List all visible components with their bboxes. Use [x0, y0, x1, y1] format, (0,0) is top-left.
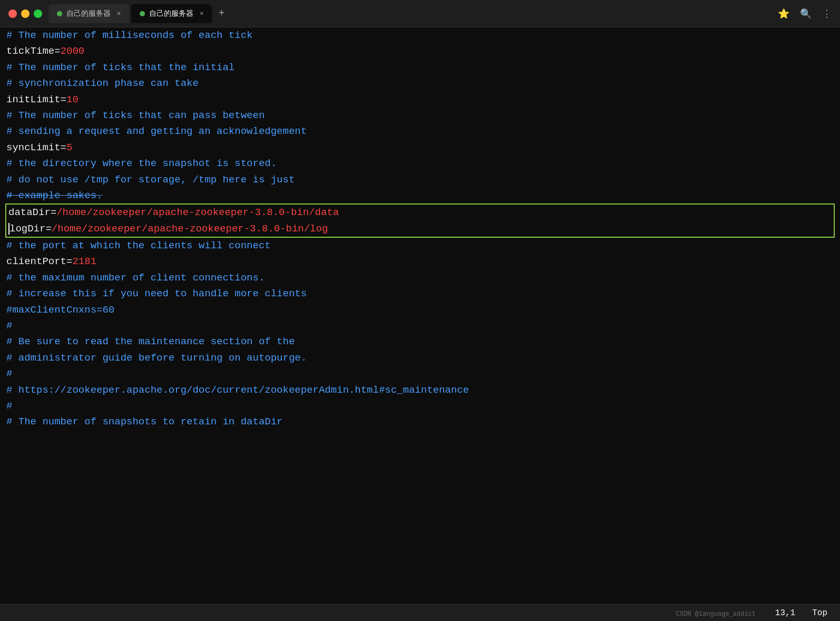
code-line-datadir: dataDir=/home/zookeeper/apache-zookeeper… — [6, 205, 834, 220]
bookmark-icon[interactable]: ⭐ — [778, 8, 789, 20]
code-line: # The number of ticks that can pass betw… — [4, 108, 836, 123]
code-line: # the maximum number of client connectio… — [4, 270, 836, 286]
code-line: # synchronization phase can take — [4, 75, 836, 91]
menu-icon[interactable]: ⋮ — [822, 8, 832, 20]
search-icon[interactable]: 🔍 — [800, 8, 812, 20]
traffic-lights — [8, 9, 42, 18]
code-line-logdir: logDir=/home/zookeeper/apache-zookeeper-… — [6, 221, 834, 237]
statusbar: 13,1 Top CSDN @language_addict — [0, 604, 840, 621]
code-line: # — [4, 366, 836, 382]
cursor-position: 13,1 — [775, 608, 795, 618]
code-line: syncLimit=5 — [4, 140, 836, 156]
code-line: # administrator guide before turning on … — [4, 350, 836, 366]
code-line: # sending a request and getting an ackno… — [4, 123, 836, 139]
tab-2-label: 自己的服务器 — [149, 9, 193, 18]
tab-1-close[interactable]: ✕ — [117, 9, 121, 17]
code-line: initLimit=10 — [4, 92, 836, 108]
titlebar: 自己的服务器 ✕ 自己的服务器 ✕ + ⭐ 🔍 ⋮ — [0, 0, 840, 27]
code-line: # The number of ticks that the initial — [4, 60, 836, 75]
code-line: # increase this if you need to handle mo… — [4, 286, 836, 302]
add-tab-button[interactable]: + — [214, 7, 229, 20]
code-line: # Be sure to read the maintenance sectio… — [4, 334, 836, 350]
tab-2-dot — [140, 11, 145, 16]
code-line: clientPort=2181 — [4, 254, 836, 269]
code-line: # The number of snapshots to retain in d… — [4, 414, 836, 430]
code-line: tickTime=2000 — [4, 43, 836, 59]
maximize-button[interactable] — [34, 9, 42, 18]
scroll-position: Top — [812, 608, 827, 618]
titlebar-actions: ⭐ 🔍 ⋮ — [778, 8, 832, 20]
code-line: # the directory where the snapshot is st… — [4, 156, 836, 171]
highlighted-block: dataDir=/home/zookeeper/apache-zookeeper… — [5, 203, 835, 238]
code-line: # The number of milliseconds of each tic… — [4, 27, 836, 43]
minimize-button[interactable] — [21, 9, 30, 18]
close-button[interactable] — [8, 9, 17, 18]
code-line: # the port at which the clients will con… — [4, 238, 836, 254]
code-line: # https://zookeeper.apache.org/doc/curre… — [4, 382, 836, 398]
tab-bar: 自己的服务器 ✕ 自己的服务器 ✕ + — [48, 4, 771, 23]
code-line: # example sakes. — [4, 188, 836, 203]
tab-1-dot — [57, 11, 62, 16]
tab-2-close[interactable]: ✕ — [200, 9, 203, 17]
code-line: # — [4, 318, 836, 334]
tab-1-label: 自己的服务器 — [66, 9, 111, 18]
tab-2[interactable]: 自己的服务器 ✕ — [131, 4, 212, 23]
code-editor[interactable]: # The number of milliseconds of each tic… — [0, 27, 840, 604]
code-line: #maxClientCnxns=60 — [4, 302, 836, 318]
credit-text: CSDN @language_addict — [676, 610, 756, 618]
code-line: # — [4, 398, 836, 414]
code-line: # do not use /tmp for storage, /tmp here… — [4, 172, 836, 188]
tab-1[interactable]: 自己的服务器 ✕ — [48, 4, 129, 23]
